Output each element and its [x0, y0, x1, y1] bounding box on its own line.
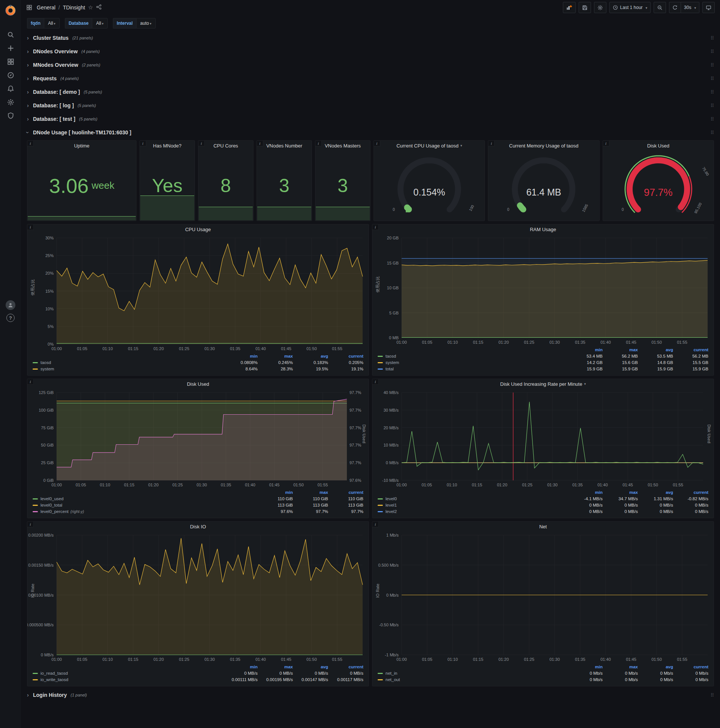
panel-title[interactable]: RAM Usage — [372, 225, 714, 234]
panel-info-icon[interactable] — [27, 225, 34, 230]
panel-title[interactable]: Has MNode? — [140, 141, 195, 150]
panel-title[interactable]: CPU Cores — [198, 141, 253, 150]
legend-col-current[interactable]: current — [673, 347, 708, 353]
legend-col-current[interactable]: current — [328, 353, 363, 359]
variable-select-interval[interactable]: auto — [136, 18, 156, 29]
row-requests[interactable]: Requests(4 panels) — [27, 73, 714, 84]
legend-col-avg[interactable]: avg — [638, 489, 673, 496]
legend-series-taosd[interactable]: taosd — [378, 353, 567, 359]
configuration-gear-icon[interactable] — [3, 95, 18, 109]
user-avatar[interactable] — [6, 300, 15, 310]
breadcrumb-section[interactable]: General — [37, 5, 55, 11]
legend-col-min[interactable]: min — [567, 664, 603, 670]
panel-title[interactable]: Disk IO — [27, 522, 369, 531]
panel-title[interactable]: Disk Used Increasing Rate per Minute — [372, 379, 714, 389]
row-login-history[interactable]: Login History(1 panel) — [27, 689, 714, 700]
panel-info-icon[interactable] — [315, 141, 322, 146]
legend-series-level1[interactable]: level1 — [378, 502, 567, 508]
panel-info-icon[interactable] — [198, 141, 205, 146]
panel-info-icon[interactable] — [27, 522, 34, 527]
row-database-log[interactable]: Database: [ log ](5 panels) — [27, 100, 714, 111]
legend-col-max[interactable]: max — [603, 664, 638, 670]
legend-series-taosd[interactable]: taosd — [33, 359, 223, 366]
legend-col-max[interactable]: max — [293, 489, 328, 496]
legend-col-current[interactable]: current — [328, 664, 363, 670]
legend-col-avg[interactable]: avg — [638, 664, 673, 670]
legend-series-system[interactable]: system — [378, 359, 567, 366]
row-cluster-status[interactable]: Cluster Status(21 panels) — [27, 32, 714, 44]
grafana-logo[interactable] — [3, 4, 18, 17]
legend-series-level0_percent[interactable]: level0_percent(right-y) — [33, 508, 258, 515]
legend-col-current[interactable]: current — [673, 664, 708, 670]
legend-series-level0_total[interactable]: level0_total — [33, 502, 258, 508]
panel-info-icon[interactable] — [27, 379, 34, 385]
panel-title[interactable]: Current Memory Usage of taosd — [488, 141, 599, 150]
star-dashboard-icon[interactable] — [88, 4, 93, 11]
variable-select-fqdn[interactable]: All — [44, 18, 59, 29]
legend-series-level2[interactable]: level2 — [378, 508, 567, 515]
row-drag-handle[interactable] — [710, 130, 714, 136]
refresh-interval-select[interactable]: 30s — [681, 2, 699, 13]
row-drag-handle[interactable] — [710, 103, 714, 109]
server-admin-shield-icon[interactable] — [3, 109, 18, 122]
add-panel-button[interactable] — [563, 2, 576, 13]
legend-col-min[interactable]: min — [223, 664, 258, 670]
legend-col-min[interactable]: min — [258, 489, 293, 496]
panel-info-icon[interactable] — [140, 141, 146, 146]
legend-series-level0[interactable]: level0 — [378, 496, 567, 502]
create-plus-icon[interactable] — [3, 41, 18, 55]
cycle-view-button[interactable] — [702, 2, 715, 13]
row-mnodes-overview[interactable]: MNodes Overview(2 panels) — [27, 59, 714, 70]
legend-series-level0_used[interactable]: level0_used — [33, 496, 258, 502]
legend-series-io_read_taosd[interactable]: io_read_taosd — [33, 670, 223, 677]
panel-title[interactable]: VNodes Masters — [315, 141, 370, 150]
row-drag-handle[interactable] — [710, 76, 714, 81]
time-range-picker[interactable]: Last 1 hour — [609, 2, 651, 13]
legend-col-avg[interactable]: avg — [638, 347, 673, 353]
legend-col-current[interactable]: current — [328, 489, 363, 496]
row-dnode-usage[interactable]: DNode Usage [ huolinhe-TM1701:6030 ] — [27, 127, 714, 138]
legend-col-min[interactable]: min — [567, 347, 603, 353]
legend-series-io_write_taosd[interactable]: io_write_taosd — [33, 677, 223, 683]
legend-col-max[interactable]: max — [603, 347, 638, 353]
panel-info-icon[interactable] — [257, 141, 263, 146]
legend-series-net_in[interactable]: net_in — [378, 670, 567, 677]
row-drag-handle[interactable] — [710, 116, 714, 122]
dashboard-squares-icon[interactable] — [25, 3, 34, 12]
legend-series-total[interactable]: total — [378, 366, 567, 372]
legend-series-net_out[interactable]: net_out — [378, 677, 567, 683]
legend-col-max[interactable]: max — [258, 353, 293, 359]
panel-title[interactable]: CPU Usage — [27, 225, 369, 234]
explore-compass-icon[interactable] — [3, 68, 18, 82]
row-drag-handle[interactable] — [710, 49, 714, 54]
legend-col-max[interactable]: max — [603, 489, 638, 496]
row-database-demo[interactable]: Database: [ demo ](5 panels) — [27, 86, 714, 98]
refresh-button[interactable] — [669, 2, 681, 13]
alerting-bell-icon[interactable] — [3, 82, 18, 95]
panel-info-icon[interactable] — [372, 522, 379, 527]
legend-col-avg[interactable]: avg — [293, 664, 328, 670]
row-drag-handle[interactable] — [710, 692, 714, 698]
panel-title[interactable]: Current CPU Usage of taosd — [374, 141, 485, 150]
legend-col-avg[interactable]: avg — [293, 353, 328, 359]
variable-select-database[interactable]: All — [92, 18, 108, 29]
panel-info-icon[interactable] — [372, 379, 379, 385]
legend-col-min[interactable]: min — [223, 353, 258, 359]
legend-col-current[interactable]: current — [673, 489, 708, 496]
save-dashboard-button[interactable] — [579, 2, 591, 13]
share-icon[interactable] — [96, 4, 102, 11]
legend-col-max[interactable]: max — [258, 664, 293, 670]
row-database-test[interactable]: Database: [ test ](5 panels) — [27, 113, 714, 125]
panel-info-icon[interactable] — [488, 141, 495, 146]
panel-info-icon[interactable] — [372, 225, 379, 230]
search-icon[interactable] — [3, 28, 18, 41]
dashboards-icon[interactable] — [3, 55, 18, 68]
panel-info-icon[interactable] — [603, 141, 609, 146]
legend-col-min[interactable]: min — [567, 489, 603, 496]
breadcrumb-title[interactable]: TDinsight — [63, 5, 85, 11]
row-drag-handle[interactable] — [710, 35, 714, 41]
panel-info-icon[interactable] — [27, 141, 34, 146]
dashboard-settings-button[interactable] — [594, 2, 606, 13]
help-icon[interactable] — [6, 314, 15, 322]
panel-title[interactable]: Net — [372, 522, 714, 531]
